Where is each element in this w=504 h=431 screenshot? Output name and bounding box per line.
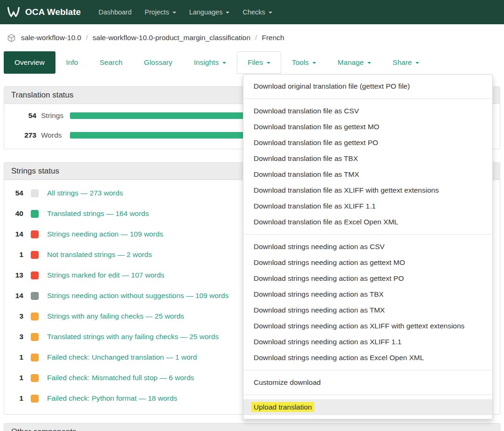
breadcrumb-item-french[interactable]: French bbox=[262, 34, 284, 42]
menu-item-label: Download strings needing action as Excel… bbox=[254, 354, 424, 361]
tab-label: Overview bbox=[14, 58, 45, 67]
brand-link[interactable]: OCA Weblate bbox=[7, 5, 81, 19]
menu-item-download-strings-needing-action-as-tbx[interactable]: Download strings needing action as TBX bbox=[243, 286, 492, 302]
breadcrumb-separator: / bbox=[86, 34, 88, 42]
chevron-down-icon bbox=[222, 62, 226, 64]
menu-item-download-strings-needing-action-as-xliff-with-gettext-extensions[interactable]: Download strings needing action as XLIFF… bbox=[243, 318, 492, 334]
menu-divider bbox=[243, 370, 492, 370]
menu-item-label: Download original translation file (gett… bbox=[254, 82, 410, 90]
status-filter-link[interactable]: Failed check: Python format — 18 words bbox=[47, 394, 177, 403]
files-dropdown-menu: Download original translation file (gett… bbox=[243, 74, 493, 419]
menu-item-download-strings-needing-action-as-xliff-1-1[interactable]: Download strings needing action as XLIFF… bbox=[243, 334, 492, 350]
tab-info[interactable]: Info bbox=[55, 51, 89, 74]
menu-item-upload-translation-highlighted[interactable]: Upload translation bbox=[243, 399, 492, 415]
status-color-swatch bbox=[31, 230, 39, 238]
breadcrumb-item-sale-workflow-10-0[interactable]: sale-workflow-10.0 bbox=[21, 34, 81, 42]
row-count: 3 bbox=[11, 333, 23, 341]
navbar-item-languages[interactable]: Languages bbox=[183, 4, 236, 20]
menu-item-download-translation-file-as-excel-open-xml[interactable]: Download translation file as Excel Open … bbox=[243, 214, 492, 230]
menu-item-label: Download translation file as gettext MO bbox=[254, 123, 380, 131]
tab-label: Info bbox=[66, 58, 78, 67]
menu-divider bbox=[243, 234, 492, 235]
status-filter-link[interactable]: Failed check: Mismatched full stop — 6 w… bbox=[47, 374, 194, 382]
menu-item-label: Download translation file as TMX bbox=[254, 170, 359, 178]
status-color-swatch bbox=[31, 395, 39, 403]
menu-item-download-translation-file-as-xliff-1-1[interactable]: Download translation file as XLIFF 1.1 bbox=[243, 198, 492, 214]
tab-tools[interactable]: Tools bbox=[281, 51, 327, 74]
tab-manage[interactable]: Manage bbox=[327, 51, 382, 74]
menu-item-download-strings-needing-action-as-gettext-mo[interactable]: Download strings needing action as gette… bbox=[243, 255, 492, 271]
status-filter-link[interactable]: Translated strings with any failing chec… bbox=[47, 333, 219, 341]
menu-item-download-translation-file-as-gettext-mo[interactable]: Download translation file as gettext MO bbox=[243, 119, 492, 135]
tab-label: Manage bbox=[338, 58, 364, 67]
brand-name: OCA Weblate bbox=[25, 7, 81, 17]
row-count: 54 bbox=[11, 111, 36, 120]
status-color-swatch bbox=[31, 374, 39, 382]
status-filter-link[interactable]: Strings needing action without suggestio… bbox=[47, 292, 228, 300]
navbar-item-projects[interactable]: Projects bbox=[138, 4, 182, 20]
menu-item-download-strings-needing-action-as-excel-open-xml[interactable]: Download strings needing action as Excel… bbox=[243, 350, 492, 366]
navbar-item-label: Languages bbox=[189, 8, 223, 16]
status-filter-link[interactable]: Failed check: Unchanged translation — 1 … bbox=[47, 353, 197, 361]
menu-item-label: Download translation file as Excel Open … bbox=[254, 218, 398, 226]
menu-item-label: Download strings needing action as CSV bbox=[254, 243, 385, 250]
tab-search[interactable]: Search bbox=[89, 51, 133, 74]
top-navbar: OCA Weblate Dashboard Projects Languages… bbox=[0, 0, 504, 24]
breadcrumb-item-sale-workflow-10-0-product-margin-classification[interactable]: sale-workflow-10.0-product_margin_classi… bbox=[93, 34, 251, 42]
menu-item-download-translation-file-as-gettext-po[interactable]: Download translation file as gettext PO bbox=[243, 135, 492, 151]
row-count: 1 bbox=[11, 394, 23, 403]
other-components-title: Other components bbox=[4, 424, 500, 431]
project-icon bbox=[7, 33, 16, 43]
status-filter-link[interactable]: Strings needing action — 109 words bbox=[47, 230, 163, 238]
tab-share[interactable]: Share bbox=[382, 51, 430, 74]
menu-item-download-translation-file-as-csv[interactable]: Download translation file as CSV bbox=[243, 103, 492, 119]
tab-label: Glossary bbox=[144, 58, 173, 67]
menu-item-label: Upload translation bbox=[251, 402, 314, 412]
chevron-down-icon bbox=[367, 62, 371, 64]
tab-insights[interactable]: Insights bbox=[183, 51, 237, 74]
menu-item-label: Customize download bbox=[254, 378, 321, 386]
menu-item-download-translation-file-as-xliff-with-gettext-extensions[interactable]: Download translation file as XLIFF with … bbox=[243, 182, 492, 198]
menu-divider bbox=[243, 98, 492, 99]
navbar-item-dashboard[interactable]: Dashboard bbox=[92, 4, 138, 20]
status-filter-link[interactable]: Strings marked for edit — 107 words bbox=[47, 271, 165, 279]
weblate-logo-icon bbox=[7, 5, 21, 19]
tab-label: Files bbox=[248, 58, 263, 67]
chevron-down-icon bbox=[415, 62, 419, 64]
breadcrumb-separator: / bbox=[255, 34, 257, 42]
navbar-item-label: Projects bbox=[145, 8, 169, 16]
menu-item-download-original-translation-file-gettext-po-file[interactable]: Download original translation file (gett… bbox=[243, 78, 492, 94]
menu-item-download-translation-file-as-tmx[interactable]: Download translation file as TMX bbox=[243, 167, 492, 182]
chevron-down-icon bbox=[226, 12, 229, 14]
other-components-panel: Other components bbox=[4, 423, 500, 431]
menu-item-label: Download translation file as CSV bbox=[254, 107, 359, 115]
status-filter-link[interactable]: All strings — 273 words bbox=[47, 189, 123, 197]
row-label: Words bbox=[41, 131, 70, 139]
tab-files[interactable]: Files bbox=[237, 51, 281, 74]
row-count: 3 bbox=[11, 312, 23, 320]
status-color-swatch bbox=[31, 313, 39, 320]
chevron-down-icon bbox=[173, 12, 176, 14]
chevron-down-icon bbox=[267, 62, 270, 64]
tab-glossary[interactable]: Glossary bbox=[133, 51, 183, 74]
menu-item-download-translation-file-as-tbx[interactable]: Download translation file as TBX bbox=[243, 151, 492, 167]
status-color-swatch bbox=[31, 271, 39, 279]
tab-overview[interactable]: Overview bbox=[4, 51, 55, 74]
menu-item-label: Download translation file as gettext PO bbox=[254, 139, 378, 146]
menu-item-label: Download translation file as TBX bbox=[254, 154, 358, 162]
menu-item-download-strings-needing-action-as-tmx[interactable]: Download strings needing action as TMX bbox=[243, 302, 492, 318]
menu-item-label: Download strings needing action as XLIFF… bbox=[254, 338, 401, 346]
chevron-down-icon bbox=[312, 62, 316, 64]
status-filter-link[interactable]: Not translated strings — 2 words bbox=[47, 250, 152, 259]
menu-item-label: Download strings needing action as gette… bbox=[254, 258, 405, 266]
menu-item-customize-download[interactable]: Customize download bbox=[243, 375, 492, 390]
tab-label: Insights bbox=[194, 58, 219, 67]
menu-divider bbox=[243, 395, 492, 395]
menu-item-download-strings-needing-action-as-csv[interactable]: Download strings needing action as CSV bbox=[243, 239, 492, 255]
menu-item-download-strings-needing-action-as-gettext-po[interactable]: Download strings needing action as gette… bbox=[243, 271, 492, 286]
navbar-item-checks[interactable]: Checks bbox=[236, 4, 278, 20]
row-count: 14 bbox=[11, 292, 23, 300]
status-filter-link[interactable]: Strings with any failing checks — 25 wor… bbox=[47, 312, 184, 320]
row-count: 40 bbox=[11, 209, 23, 218]
status-filter-link[interactable]: Translated strings — 164 words bbox=[47, 209, 149, 218]
